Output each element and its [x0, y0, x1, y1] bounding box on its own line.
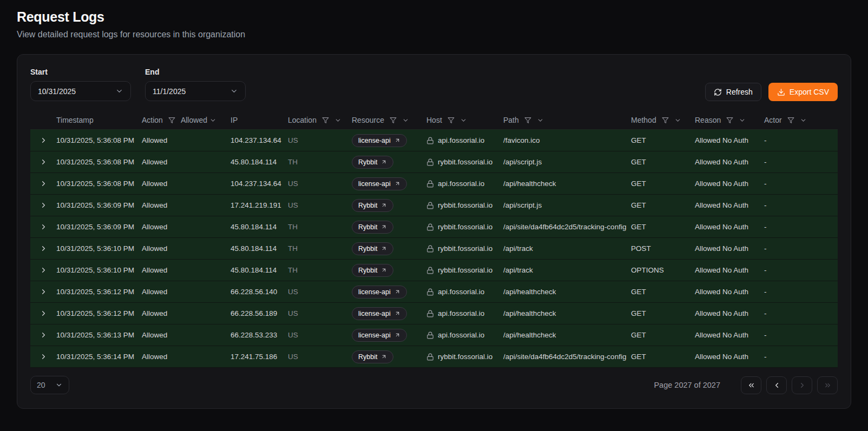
chevron-down-icon — [55, 381, 63, 389]
filter-icon[interactable] — [448, 117, 455, 124]
expand-row-button[interactable] — [30, 331, 56, 339]
lock-icon — [426, 202, 434, 209]
chevron-down-icon[interactable] — [674, 117, 681, 124]
resource-badge-label: Rybbit — [358, 158, 377, 166]
header-host: Host — [426, 116, 503, 124]
start-date-select[interactable]: 10/31/2025 — [30, 81, 131, 101]
header-path: Path — [503, 116, 631, 124]
cell-timestamp: 10/31/2025, 5:36:08 PM — [56, 180, 142, 188]
table-row[interactable]: 10/31/2025, 5:36:10 PM Allowed 45.80.184… — [30, 238, 838, 260]
cell-host: api.fossorial.io — [426, 136, 503, 144]
resource-badge[interactable]: Rybbit — [352, 221, 393, 234]
table-row[interactable]: 10/31/2025, 5:36:09 PM Allowed 17.241.21… — [30, 195, 838, 216]
table-row[interactable]: 10/31/2025, 5:36:10 PM Allowed 45.80.184… — [30, 260, 838, 281]
cell-reason: Allowed No Auth — [695, 158, 764, 166]
filter-icon[interactable] — [168, 117, 175, 124]
filter-icon[interactable] — [322, 117, 329, 124]
cell-method: GET — [631, 201, 695, 209]
end-date-select[interactable]: 11/1/2025 — [145, 81, 246, 101]
path-text: /api/site/da4fb64dc2d5/tracking-config — [503, 353, 630, 361]
path-text: /api/healthcheck — [503, 288, 561, 296]
cell-method: GET — [631, 309, 695, 317]
cell-host: api.fossorial.io — [426, 288, 503, 296]
first-page-button[interactable] — [741, 376, 761, 394]
expand-row-button[interactable] — [30, 309, 56, 317]
resource-badge[interactable]: license-api — [352, 177, 407, 190]
chevron-down-icon[interactable] — [800, 117, 807, 124]
expand-row-button[interactable] — [30, 223, 56, 231]
table-row[interactable]: 10/31/2025, 5:36:08 PM Allowed 104.237.1… — [30, 130, 838, 151]
table-row[interactable]: 10/31/2025, 5:36:08 PM Allowed 45.80.184… — [30, 151, 838, 173]
cell-resource: license-api — [352, 307, 426, 320]
chevron-right-icon — [40, 244, 48, 253]
header-resource: Resource — [352, 116, 426, 124]
previous-page-button[interactable] — [766, 376, 787, 394]
start-date-label: Start — [30, 68, 131, 76]
last-page-button[interactable] — [817, 376, 838, 394]
cell-actor: - — [764, 288, 838, 296]
date-filters: Start 10/31/2025 End 11/1/2025 — [30, 68, 246, 101]
resource-badge[interactable]: Rybbit — [352, 156, 393, 169]
expand-row-button[interactable] — [30, 353, 56, 361]
expand-row-button[interactable] — [30, 136, 56, 144]
cell-reason: Allowed No Auth — [695, 331, 764, 339]
header-ip: IP — [231, 116, 288, 124]
expand-row-button[interactable] — [30, 180, 56, 188]
chevron-down-icon[interactable] — [460, 117, 467, 124]
chevron-down-icon[interactable] — [537, 117, 544, 124]
expand-row-button[interactable] — [30, 288, 56, 296]
resource-badge[interactable]: Rybbit — [352, 350, 393, 363]
resource-badge[interactable]: license-api — [352, 286, 407, 299]
request-logs-table: Timestamp Action Allowed IP — [30, 111, 838, 368]
action-filter-dropdown[interactable]: Allowed — [181, 116, 216, 124]
resource-badge[interactable]: Rybbit — [352, 199, 393, 212]
table-row[interactable]: 10/31/2025, 5:36:12 PM Allowed 66.228.56… — [30, 281, 838, 303]
resource-badge[interactable]: license-api — [352, 134, 407, 147]
chevron-down-icon[interactable] — [739, 117, 746, 124]
host-text: api.fossorial.io — [438, 180, 484, 188]
resource-badge[interactable]: license-api — [352, 307, 407, 320]
resource-badge[interactable]: Rybbit — [352, 242, 393, 255]
arrow-up-right-icon — [381, 202, 387, 208]
chevron-down-icon[interactable] — [402, 117, 409, 124]
page-size-select[interactable]: 20 — [30, 376, 69, 394]
table-row[interactable]: 10/31/2025, 5:36:14 PM Allowed 17.241.75… — [30, 346, 838, 368]
next-page-button[interactable] — [792, 376, 812, 394]
table-row[interactable]: 10/31/2025, 5:36:08 PM Allowed 104.237.1… — [30, 173, 838, 195]
filter-icon[interactable] — [524, 117, 531, 124]
resource-badge[interactable]: Rybbit — [352, 264, 393, 277]
table-footer: 20 Page 2027 of 2027 — [30, 376, 838, 394]
cell-ip: 45.80.184.114 — [231, 223, 288, 231]
cell-resource: license-api — [352, 286, 426, 299]
cell-action: Allowed — [142, 223, 231, 231]
expand-row-button[interactable] — [30, 158, 56, 166]
cell-path: /api/script.js — [503, 158, 631, 166]
header-actor: Actor — [764, 116, 838, 124]
chevron-down-icon[interactable] — [334, 117, 341, 124]
refresh-button[interactable]: Refresh — [705, 83, 761, 101]
resource-badge[interactable]: license-api — [352, 329, 407, 342]
cell-method: GET — [631, 136, 695, 144]
cell-host: rybbit.fossorial.io — [426, 201, 503, 209]
expand-cell — [30, 201, 56, 209]
chevron-right-icon — [40, 353, 48, 361]
export-csv-button[interactable]: Export CSV — [768, 83, 838, 101]
path-text: /api/script.js — [503, 201, 546, 209]
header-location: Location — [288, 116, 352, 124]
cell-location: TH — [288, 158, 352, 166]
path-text: /api/healthcheck — [503, 180, 561, 188]
cell-resource: license-api — [352, 177, 426, 190]
path-text: /api/healthcheck — [503, 309, 561, 317]
table-row[interactable]: 10/31/2025, 5:36:12 PM Allowed 66.228.56… — [30, 303, 838, 324]
expand-row-button[interactable] — [30, 266, 56, 274]
filter-icon[interactable] — [787, 117, 794, 124]
cell-action: Allowed — [142, 180, 231, 188]
table-row[interactable]: 10/31/2025, 5:36:13 PM Allowed 66.228.53… — [30, 324, 838, 346]
filter-icon[interactable] — [390, 117, 397, 124]
expand-row-button[interactable] — [30, 201, 56, 209]
filter-icon[interactable] — [662, 117, 669, 124]
cell-location: US — [288, 288, 352, 296]
filter-icon[interactable] — [726, 117, 733, 124]
table-row[interactable]: 10/31/2025, 5:36:09 PM Allowed 45.80.184… — [30, 216, 838, 238]
expand-row-button[interactable] — [30, 244, 56, 253]
